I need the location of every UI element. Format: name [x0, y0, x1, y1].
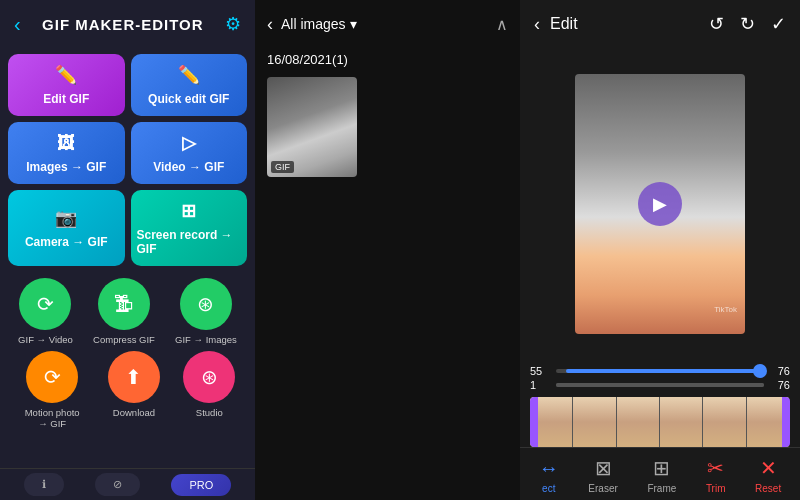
compress-gif-icon: 🗜 [98, 278, 150, 330]
compress-gif-button[interactable]: 🗜 Compress GIF [93, 278, 155, 345]
gif-badge: GIF [271, 161, 294, 173]
trim-second-left: 1 [530, 379, 550, 391]
trim-fill [566, 369, 759, 373]
download-button[interactable]: ⬆ Download [108, 351, 160, 429]
info-button[interactable]: ℹ [24, 473, 64, 496]
motion-photo-gif-icon: ⟳ [26, 351, 78, 403]
pro-button[interactable]: PRO [171, 474, 231, 496]
filmstrip-left-handle[interactable] [530, 397, 538, 447]
gif-video-icon: ⟳ [19, 278, 71, 330]
dropdown-label: All images [281, 16, 346, 32]
right-panel: ‹ Edit ↺ ↻ ✓ ▶ TikTok 55 76 1 76 [520, 0, 800, 500]
circle-row-1: ⟳ GIF → Video 🗜 Compress GIF ⊛ GIF → Ima… [0, 272, 255, 349]
video-gif-label: Video → GIF [153, 160, 224, 174]
gif-images-label: GIF → Images [175, 334, 237, 345]
play-button[interactable]: ▶ [638, 182, 682, 226]
images-gif-label: Images → GIF [26, 160, 106, 174]
right-bottom-bar: ↔ ect ⊠ Eraser ⊞ Frame ✂ Trim ✕ Reset [520, 447, 800, 500]
trim-slider-2[interactable] [556, 383, 764, 387]
date-label: 16/08/2021(1) [267, 52, 348, 67]
camera-gif-button[interactable]: 📷 Camera → GIF [8, 190, 125, 266]
eraser-label: Eraser [588, 483, 617, 494]
trim-fill-2 [556, 383, 764, 387]
middle-content: GIF [255, 73, 520, 500]
studio-icon: ⊛ [183, 351, 235, 403]
screen-record-gif-button[interactable]: ⊞ Screen record → GIF [131, 190, 248, 266]
filmstrip-frame-5 [703, 397, 746, 447]
no-ads-icon: ⊘ [113, 478, 122, 491]
main-grid: ✏️ Edit GIF ✏️ Quick edit GIF 🖼 Images →… [0, 48, 255, 272]
info-icon: ℹ [42, 478, 46, 491]
studio-label: Studio [196, 407, 223, 418]
confirm-icon[interactable]: ✓ [771, 13, 786, 35]
collapse-button[interactable]: ∧ [496, 15, 508, 34]
eraser-tab[interactable]: ⊠ Eraser [580, 454, 625, 496]
camera-gif-icon: 📷 [55, 207, 77, 229]
filmstrip-right-handle[interactable] [782, 397, 790, 447]
tiktok-watermark: TikTok [714, 305, 737, 314]
frame-label: Frame [647, 483, 676, 494]
filmstrip-frames [530, 397, 790, 447]
screen-record-gif-icon: ⊞ [181, 200, 196, 222]
date-header: 16/08/2021(1) [255, 48, 520, 73]
middle-panel: ‹ All images ▾ ∧ 16/08/2021(1) GIF [255, 0, 520, 500]
trim-range-row-1: 55 76 [530, 365, 790, 377]
video-gif-button[interactable]: ▷ Video → GIF [131, 122, 248, 184]
left-bottom-bar: ℹ ⊘ PRO [0, 468, 255, 500]
middle-header: ‹ All images ▾ ∧ [255, 0, 520, 48]
quick-edit-gif-icon: ✏️ [178, 64, 200, 86]
select-icon: ↔ [539, 457, 559, 480]
left-panel: ‹ GIF MAKER-EDITOR ⚙ ✏️ Edit GIF ✏️ Quic… [0, 0, 255, 500]
no-ads-button[interactable]: ⊘ [95, 473, 140, 496]
circle-row-2: ⟳ Motion photo → GIF ⬆ Download ⊛ Studio [0, 349, 255, 433]
gear-icon[interactable]: ⚙ [225, 13, 241, 35]
dropdown-arrow-icon: ▾ [350, 16, 357, 32]
edit-gif-label: Edit GIF [43, 92, 89, 106]
select-tab[interactable]: ↔ ect [531, 455, 567, 496]
frame-tab[interactable]: ⊞ Frame [639, 454, 684, 496]
left-back-icon[interactable]: ‹ [14, 13, 21, 36]
frame-icon: ⊞ [653, 456, 670, 480]
gif-video-button[interactable]: ⟳ GIF → Video [18, 278, 73, 345]
gif-thumbnail[interactable]: GIF [267, 77, 357, 177]
gif-preview-image: ▶ TikTok [575, 74, 745, 334]
compress-gif-label: Compress GIF [93, 334, 155, 345]
reset-label: Reset [755, 483, 781, 494]
pro-label: PRO [189, 479, 213, 491]
gif-images-icon: ⊛ [180, 278, 232, 330]
download-label: Download [113, 407, 155, 418]
undo-icon[interactable]: ↺ [709, 13, 724, 35]
left-header: ‹ GIF MAKER-EDITOR ⚙ [0, 0, 255, 48]
reset-icon: ✕ [760, 456, 777, 480]
trim-section: 55 76 1 76 [520, 359, 800, 393]
trim-slider[interactable] [556, 369, 764, 373]
studio-button[interactable]: ⊛ Studio [183, 351, 235, 429]
trim-tab[interactable]: ✂ Trim [698, 454, 734, 496]
trim-icon: ✂ [707, 456, 724, 480]
filmstrip-frame-2 [573, 397, 616, 447]
motion-photo-gif-label: Motion photo → GIF [20, 407, 85, 429]
quick-edit-gif-button[interactable]: ✏️ Quick edit GIF [131, 54, 248, 116]
select-label: ect [542, 483, 555, 494]
quick-edit-gif-label: Quick edit GIF [148, 92, 229, 106]
edit-title: Edit [550, 15, 693, 33]
gif-preview-area: ▶ TikTok [520, 48, 800, 359]
filmstrip-frame-4 [660, 397, 703, 447]
app-title: GIF MAKER-EDITOR [42, 16, 204, 33]
redo-icon[interactable]: ↻ [740, 13, 755, 35]
filmstrip [530, 397, 790, 447]
reset-tab[interactable]: ✕ Reset [747, 454, 789, 496]
all-images-dropdown[interactable]: All images ▾ [281, 16, 357, 32]
motion-photo-gif-button[interactable]: ⟳ Motion photo → GIF [20, 351, 85, 429]
camera-gif-label: Camera → GIF [25, 235, 108, 249]
trim-thumb[interactable] [753, 364, 767, 378]
right-back-icon[interactable]: ‹ [534, 14, 540, 35]
right-header: ‹ Edit ↺ ↻ ✓ [520, 0, 800, 48]
gif-images-button[interactable]: ⊛ GIF → Images [175, 278, 237, 345]
edit-gif-button[interactable]: ✏️ Edit GIF [8, 54, 125, 116]
filmstrip-frame-3 [617, 397, 660, 447]
middle-back-icon[interactable]: ‹ [267, 14, 273, 35]
trim-label: Trim [706, 483, 726, 494]
trim-second-right: 76 [770, 379, 790, 391]
images-gif-button[interactable]: 🖼 Images → GIF [8, 122, 125, 184]
